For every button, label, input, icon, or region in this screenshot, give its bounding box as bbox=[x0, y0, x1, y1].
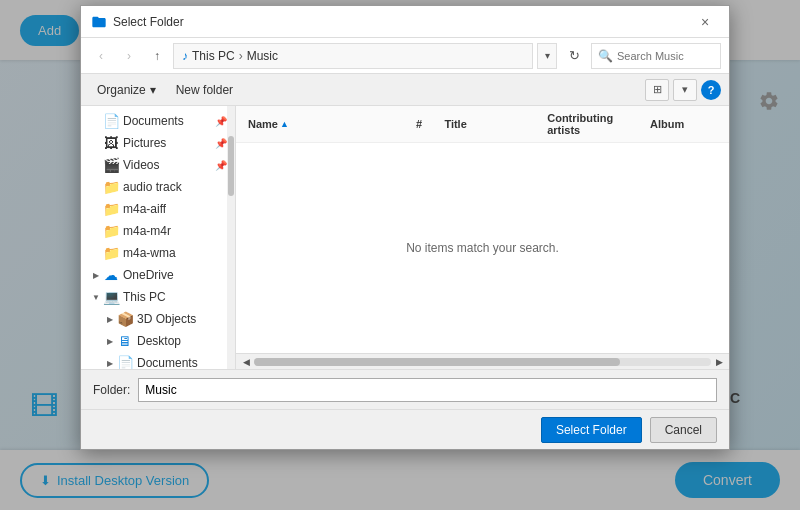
col-number[interactable]: # bbox=[412, 116, 440, 132]
dialog-toolbar: Organize ▾ New folder ⊞ ▾ ? bbox=[81, 74, 729, 106]
tree-label-desktop: Desktop bbox=[137, 334, 181, 348]
tree-label-onedrive: OneDrive bbox=[123, 268, 174, 282]
expand-onedrive: ▶ bbox=[89, 268, 103, 282]
dialog-addressbar: ‹ › ↑ ♪ This PC › Music ▾ ↻ 🔍 bbox=[81, 38, 729, 74]
path-sep1: › bbox=[239, 49, 243, 63]
pin-documents: 📌 bbox=[215, 116, 227, 127]
tree-item-documents2[interactable]: ▶ 📄 Documents bbox=[81, 352, 235, 369]
tree-item-m4a-aiff[interactable]: 📁 m4a-aiff bbox=[81, 198, 235, 220]
tree-item-onedrive[interactable]: ▶ ☁ OneDrive bbox=[81, 264, 235, 286]
tree-item-videos[interactable]: 🎬 Videos 📌 bbox=[81, 154, 235, 176]
new-folder-button[interactable]: New folder bbox=[168, 78, 241, 102]
organize-button[interactable]: Organize ▾ bbox=[89, 78, 164, 102]
tree-label-3d-objects: 3D Objects bbox=[137, 312, 196, 326]
tree-label-this-pc: This PC bbox=[123, 290, 166, 304]
scroll-left[interactable]: ◀ bbox=[238, 354, 254, 370]
expand-documents2: ▶ bbox=[103, 356, 117, 369]
expand-3d: ▶ bbox=[103, 312, 117, 326]
col-title[interactable]: Title bbox=[440, 116, 543, 132]
close-button[interactable]: × bbox=[691, 8, 719, 36]
select-folder-button[interactable]: Select Folder bbox=[541, 417, 642, 443]
folder-input-area: Folder: bbox=[81, 369, 729, 409]
expand-desktop: ▶ bbox=[103, 334, 117, 348]
help-button[interactable]: ? bbox=[701, 80, 721, 100]
expand-videos bbox=[89, 158, 103, 172]
expand-pictures bbox=[89, 136, 103, 150]
folder-label: Folder: bbox=[93, 383, 130, 397]
search-box: 🔍 bbox=[591, 43, 721, 69]
dialog-title-icon bbox=[91, 14, 107, 30]
address-path[interactable]: ♪ This PC › Music bbox=[173, 43, 533, 69]
videos-icon: 🎬 bbox=[103, 157, 119, 173]
tree-item-this-pc[interactable]: ▼ 💻 This PC bbox=[81, 286, 235, 308]
scrollbar-track[interactable] bbox=[254, 358, 711, 366]
tree-item-m4a-wma[interactable]: 📁 m4a-wma bbox=[81, 242, 235, 264]
tree-item-audio-track[interactable]: 📁 audio track bbox=[81, 176, 235, 198]
file-empty-message: No items match your search. bbox=[236, 143, 729, 353]
refresh-button[interactable]: ↻ bbox=[561, 43, 587, 69]
tree-label-m4a-aiff: m4a-aiff bbox=[123, 202, 166, 216]
tree-item-m4a-m4r[interactable]: 📁 m4a-m4r bbox=[81, 220, 235, 242]
tree-label-documents: Documents bbox=[123, 114, 184, 128]
onedrive-icon: ☁ bbox=[103, 267, 119, 283]
tree-item-documents[interactable]: 📄 Documents 📌 bbox=[81, 110, 235, 132]
tree-item-desktop[interactable]: ▶ 🖥 Desktop bbox=[81, 330, 235, 352]
view-dropdown-button[interactable]: ▾ bbox=[673, 79, 697, 101]
organize-label: Organize bbox=[97, 83, 146, 97]
tree-item-pictures[interactable]: 🖼 Pictures 📌 bbox=[81, 132, 235, 154]
tree-label-m4a-wma: m4a-wma bbox=[123, 246, 176, 260]
dialog-titlebar: Select Folder × bbox=[81, 6, 729, 38]
select-folder-dialog: Select Folder × ‹ › ↑ ♪ This PC › Music … bbox=[80, 5, 730, 450]
search-icon: 🔍 bbox=[598, 49, 613, 63]
tree-scroll-thumb bbox=[228, 136, 234, 196]
back-button[interactable]: ‹ bbox=[89, 44, 113, 68]
documents-icon: 📄 bbox=[103, 113, 119, 129]
music-nav-icon: ♪ bbox=[182, 49, 188, 63]
desktop-icon: 🖥 bbox=[117, 333, 133, 349]
tree-label-videos: Videos bbox=[123, 158, 159, 172]
col-album[interactable]: Album bbox=[646, 116, 721, 132]
expand-m4a-wma bbox=[89, 246, 103, 260]
3d-objects-icon: 📦 bbox=[117, 311, 133, 327]
dialog-title-text: Select Folder bbox=[113, 15, 691, 29]
col-name[interactable]: Name ▲ bbox=[244, 116, 412, 132]
audio-track-icon: 📁 bbox=[103, 179, 119, 195]
tree-label-m4a-m4r: m4a-m4r bbox=[123, 224, 171, 238]
scroll-right[interactable]: ▶ bbox=[711, 354, 727, 370]
path-music: Music bbox=[247, 49, 278, 63]
pictures-icon: 🖼 bbox=[103, 135, 119, 151]
scrollbar-thumb bbox=[254, 358, 620, 366]
this-pc-icon: 💻 bbox=[103, 289, 119, 305]
path-this-pc: This PC bbox=[192, 49, 235, 63]
expand-m4a-aiff bbox=[89, 202, 103, 216]
tree-label-audio-track: audio track bbox=[123, 180, 182, 194]
cancel-button[interactable]: Cancel bbox=[650, 417, 717, 443]
dialog-body: 📄 Documents 📌 🖼 Pictures 📌 🎬 Videos 📌 bbox=[81, 106, 729, 369]
expand-documents bbox=[89, 114, 103, 128]
tree-scrollbar[interactable] bbox=[227, 106, 235, 369]
search-input[interactable] bbox=[617, 50, 714, 62]
expand-audio bbox=[89, 180, 103, 194]
file-pane: Name ▲ # Title Contributing artists Albu… bbox=[236, 106, 729, 369]
folder-input[interactable] bbox=[138, 378, 717, 402]
forward-button[interactable]: › bbox=[117, 44, 141, 68]
tree-item-3d-objects[interactable]: ▶ 📦 3D Objects bbox=[81, 308, 235, 330]
new-folder-label: New folder bbox=[176, 83, 233, 97]
horizontal-scrollbar[interactable]: ◀ ▶ bbox=[236, 353, 729, 369]
pin-pictures: 📌 bbox=[215, 138, 227, 149]
documents2-icon: 📄 bbox=[117, 355, 133, 369]
col-artists[interactable]: Contributing artists bbox=[543, 110, 646, 138]
view-button[interactable]: ⊞ bbox=[645, 79, 669, 101]
view-arrow: ▾ bbox=[682, 83, 688, 96]
tree-label-pictures: Pictures bbox=[123, 136, 166, 150]
organize-arrow: ▾ bbox=[150, 83, 156, 97]
m4a-m4r-icon: 📁 bbox=[103, 223, 119, 239]
m4a-aiff-icon: 📁 bbox=[103, 201, 119, 217]
pin-videos: 📌 bbox=[215, 160, 227, 171]
sort-icon: ▲ bbox=[280, 119, 289, 129]
address-dropdown[interactable]: ▾ bbox=[537, 43, 557, 69]
up-button[interactable]: ↑ bbox=[145, 44, 169, 68]
tree-pane: 📄 Documents 📌 🖼 Pictures 📌 🎬 Videos 📌 bbox=[81, 106, 236, 369]
view-icon: ⊞ bbox=[653, 83, 662, 96]
toolbar-right: ⊞ ▾ ? bbox=[645, 79, 721, 101]
